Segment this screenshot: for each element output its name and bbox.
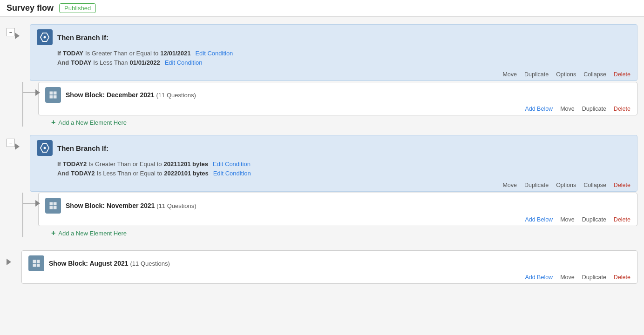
top-show-block-add-below[interactable]: Add Below	[525, 274, 553, 281]
branch-1-children: Show Block: December 2021 (11 Questions)…	[22, 82, 637, 127]
branch-1-collapse-row: − Then Branch If: If TODAY Is Gr	[7, 24, 637, 81]
svg-rect-2	[54, 92, 57, 95]
branch-2-children: Show Block: November 2021 (11 Questions)…	[22, 193, 637, 237]
branch-1-wrapper: − Then Branch If: If TODAY Is Gr	[7, 24, 637, 127]
svg-rect-4	[54, 95, 57, 99]
cond2-op: Is Less Than	[93, 59, 128, 66]
branch-1-condition-1: If TODAY Is Greater Than or Equal to 12/…	[37, 50, 630, 57]
svg-rect-6	[50, 202, 53, 206]
show-block-2-add-below[interactable]: Add Below	[525, 216, 553, 223]
branch-2-add-link[interactable]: Add a New Element Here	[58, 230, 127, 237]
svg-rect-12	[33, 264, 36, 267]
branch-2-duplicate[interactable]: Duplicate	[524, 182, 549, 188]
top-show-block-card: Show Block: August 2021 (11 Questions) A…	[21, 250, 637, 284]
branch-2-title: Then Branch If:	[57, 144, 108, 152]
b2-cond1-val: 20211201 bytes	[164, 161, 208, 168]
b2-cond2-prefix: And	[57, 170, 69, 177]
b2-cond2-var: TODAY2	[71, 170, 95, 177]
branch-1-show-block-card: Show Block: December 2021 (11 Questions)…	[38, 82, 637, 115]
b2-cond1-edit-link[interactable]: Edit Condition	[213, 161, 251, 168]
branch-1-header: Then Branch If:	[37, 29, 630, 45]
top-show-block-sub: (11 Questions)	[130, 260, 170, 267]
b2-cond2-val: 20220101 bytes	[164, 170, 208, 177]
cond1-val: 12/01/2021	[160, 50, 190, 57]
branch-1-collapse-btn[interactable]: −	[7, 28, 15, 36]
page-header: Survey flow Published	[0, 0, 644, 17]
branch-1-delete[interactable]: Delete	[614, 71, 630, 78]
show-block-1-actions: Add Below Move Duplicate Delete	[45, 106, 630, 112]
show-block-1-duplicate[interactable]: Duplicate	[582, 106, 606, 112]
branch-1-add-element-row: + Add a New Element Here	[51, 118, 637, 127]
branch-1-move[interactable]: Move	[502, 71, 517, 78]
top-show-block-arrow	[7, 259, 20, 265]
branch-2-icon-svg	[40, 143, 49, 153]
branch-1-collapse[interactable]: Collapse	[583, 71, 606, 78]
top-show-block-delete[interactable]: Delete	[614, 274, 630, 281]
branch-2-delete[interactable]: Delete	[614, 182, 630, 188]
show-block-2-duplicate[interactable]: Duplicate	[582, 216, 606, 223]
cond2-var: TODAY	[71, 59, 91, 66]
cond2-edit-link[interactable]: Edit Condition	[165, 59, 203, 66]
branch-2-condition-1: If TODAY2 Is Greater Than or Equal to 20…	[37, 161, 630, 168]
top-show-block-icon-svg	[32, 259, 41, 268]
show-block-2-actions: Add Below Move Duplicate Delete	[45, 216, 630, 223]
published-badge: Published	[59, 3, 96, 13]
svg-rect-7	[54, 202, 57, 206]
show-block-1-delete[interactable]: Delete	[614, 106, 630, 112]
b2-cond2-op: Is Less Than or Equal to	[97, 170, 163, 177]
branch-2-show-block-item: Show Block: November 2021 (11 Questions)…	[23, 193, 637, 226]
branch-2-show-block-card: Show Block: November 2021 (11 Questions)…	[38, 193, 637, 226]
branch-2-collapse-btn[interactable]: −	[7, 139, 15, 147]
show-block-2-icon-svg	[48, 201, 58, 210]
branch-1-actions: Move Duplicate Options Collapse Delete	[37, 68, 630, 78]
top-show-block-row: Show Block: August 2021 (11 Questions) A…	[7, 250, 637, 284]
branch-1-block: Then Branch If: If TODAY Is Greater Than…	[30, 24, 637, 81]
cond1-prefix: If	[57, 50, 61, 57]
cond2-prefix: And	[57, 59, 69, 66]
branch-icon-svg	[40, 33, 49, 42]
cond2-val: 01/01/2022	[130, 59, 160, 66]
svg-rect-1	[50, 92, 53, 95]
branch-1-connector	[23, 92, 36, 93]
show-block-2-move[interactable]: Move	[560, 216, 575, 223]
show-block-1-icon	[45, 87, 61, 103]
top-show-block-move[interactable]: Move	[560, 274, 575, 281]
show-block-1-icon-svg	[48, 90, 58, 100]
top-show-block-icon	[28, 255, 44, 271]
b2-cond2-edit-link[interactable]: Edit Condition	[213, 170, 251, 177]
show-block-2-title: Show Block: November 2021 (11 Questions)	[66, 202, 197, 209]
show-block-1-add-below[interactable]: Add Below	[525, 106, 553, 112]
branch-2-move[interactable]: Move	[502, 182, 517, 188]
branch-1-add-link[interactable]: Add a New Element Here	[58, 119, 127, 126]
show-block-2-title-text: Show Block: November 2021	[66, 202, 155, 209]
show-block-1-title: Show Block: December 2021 (11 Questions)	[66, 91, 196, 99]
branch-2-collapse[interactable]: Collapse	[583, 182, 606, 188]
branch-1-options[interactable]: Options	[556, 71, 576, 78]
branch-2-add-element-row: + Add a New Element Here	[51, 229, 637, 237]
branch-2-arrow	[15, 143, 28, 150]
branch-1-arrow	[15, 33, 28, 39]
branch-2-add-icon: +	[51, 229, 55, 237]
branch-2-icon	[37, 140, 53, 156]
branch-2-actions: Move Duplicate Options Collapse Delete	[37, 179, 630, 188]
cond1-edit-link[interactable]: Edit Condition	[195, 50, 233, 57]
branch-1-show-block-inner: Show Block: December 2021 (11 Questions)	[45, 87, 630, 103]
show-block-1-sub: (11 Questions)	[156, 92, 196, 99]
svg-rect-10	[33, 260, 36, 263]
show-block-1-move[interactable]: Move	[560, 106, 575, 112]
show-block-2-delete[interactable]: Delete	[614, 216, 630, 223]
svg-point-0	[44, 36, 46, 39]
top-show-block-title: Show Block: August 2021 (11 Questions)	[49, 260, 170, 267]
top-show-block-title-text: Show Block: August 2021	[49, 260, 129, 267]
branch-2-options[interactable]: Options	[556, 182, 576, 188]
svg-rect-3	[50, 95, 53, 99]
top-show-block-duplicate[interactable]: Duplicate	[582, 274, 606, 281]
branch-1-duplicate[interactable]: Duplicate	[524, 71, 549, 78]
b2-cond1-op: Is Greater Than or Equal to	[88, 161, 162, 168]
branch-2-collapse-row: − Then Branch If: If TODAY2 Is G	[7, 135, 637, 192]
branch-2-show-block-inner: Show Block: November 2021 (11 Questions)	[45, 198, 630, 214]
branch-1-condition-2: And TODAY Is Less Than 01/01/2022 Edit C…	[37, 59, 630, 66]
svg-point-5	[44, 147, 46, 149]
branch-1-show-block-item: Show Block: December 2021 (11 Questions)…	[23, 82, 637, 115]
cond1-op: Is Greater Than or Equal to	[85, 50, 158, 57]
